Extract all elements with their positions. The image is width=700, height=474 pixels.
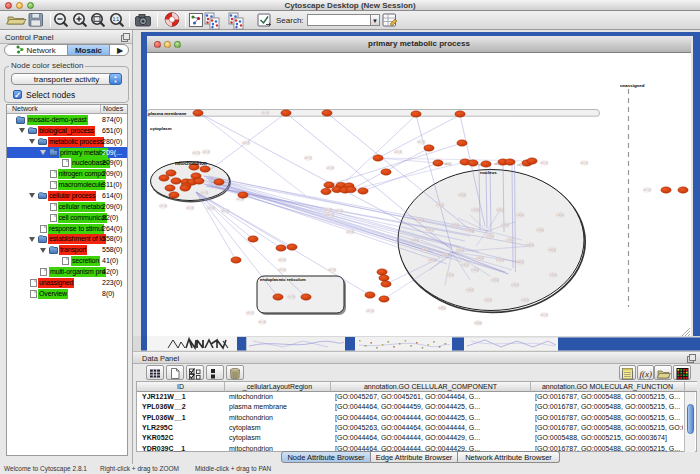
svg-text:ab(d): ab(d) (187, 206, 194, 210)
svg-text:ab(d): ab(d) (288, 295, 295, 299)
svg-text:f(x): f(x) (640, 369, 653, 379)
svg-text:cd(a): cd(a) (485, 298, 492, 302)
svg-text:ab(d): ab(d) (644, 188, 651, 192)
svg-text:cd(a): cd(a) (472, 208, 479, 212)
svg-text:cd(a): cd(a) (477, 256, 484, 260)
svg-text:cd(a): cd(a) (437, 203, 444, 207)
svg-text:cd(a): cd(a) (550, 273, 557, 277)
svg-text:cd(a): cd(a) (537, 228, 544, 232)
svg-text:ab(d): ab(d) (336, 209, 343, 213)
svg-text:nucleus: nucleus (480, 170, 497, 175)
svg-text:ab(d): ab(d) (279, 268, 286, 272)
svg-text:cd(a): cd(a) (492, 278, 499, 282)
svg-text:cd(a): cd(a) (517, 260, 524, 264)
svg-text:cd(a): cd(a) (522, 298, 529, 302)
svg-text:ab(d): ab(d) (541, 313, 548, 317)
svg-text:cd(a): cd(a) (497, 258, 504, 262)
svg-text:cd(a): cd(a) (457, 248, 464, 252)
svg-text:ab(d): ab(d) (203, 150, 210, 154)
svg-text:ab(d): ab(d) (262, 111, 269, 115)
svg-text:cd(a): cd(a) (427, 228, 434, 232)
svg-text:cd(a): cd(a) (549, 248, 556, 252)
svg-text:ab(d): ab(d) (418, 140, 425, 144)
svg-text:ab(d): ab(d) (201, 191, 208, 195)
svg-text:cd(a): cd(a) (517, 213, 524, 217)
svg-text:ab(d): ab(d) (160, 204, 167, 208)
svg-text:cd(a): cd(a) (452, 223, 459, 227)
svg-text:cd(a): cd(a) (447, 273, 454, 277)
svg-text:ab(d): ab(d) (247, 311, 254, 315)
svg-text:endoplasmic reticulum: endoplasmic reticulum (260, 277, 306, 282)
svg-text:cd(a): cd(a) (472, 268, 479, 272)
svg-text:1:1: 1:1 (113, 17, 120, 22)
svg-text:cd(a): cd(a) (497, 208, 504, 212)
svg-text:mitochondrion: mitochondrion (175, 161, 207, 166)
svg-text:cd(a): cd(a) (507, 238, 514, 242)
svg-text:cd(a): cd(a) (417, 218, 424, 222)
svg-text:ab(d): ab(d) (329, 268, 336, 272)
svg-text:ab(d): ab(d) (279, 258, 286, 262)
svg-text:cd(a): cd(a) (527, 243, 534, 247)
svg-text:ab(d): ab(d) (581, 161, 588, 165)
svg-text:cd(a): cd(a) (422, 248, 429, 252)
svg-text:ab(d): ab(d) (327, 166, 334, 170)
svg-text:ab(d): ab(d) (327, 213, 334, 217)
svg-text:ab(d): ab(d) (243, 141, 250, 145)
svg-text:ab(d): ab(d) (395, 150, 402, 154)
svg-text:ab(d): ab(d) (193, 151, 200, 155)
svg-text:cd(a): cd(a) (412, 238, 419, 242)
svg-text:ab(d): ab(d) (367, 309, 374, 313)
svg-text:ab(d): ab(d) (222, 209, 229, 213)
svg-text:cd(a): cd(a) (487, 234, 494, 238)
svg-text:cd(a): cd(a) (439, 306, 446, 310)
svg-text:ab(d): ab(d) (347, 230, 354, 234)
svg-text:cd(a): cd(a) (467, 288, 474, 292)
svg-text:cd(a): cd(a) (429, 258, 436, 262)
svg-text:cd(a): cd(a) (512, 283, 519, 287)
svg-text:ab(d): ab(d) (208, 206, 215, 210)
svg-text:cd(a): cd(a) (442, 253, 449, 257)
svg-text:ab(d): ab(d) (444, 162, 451, 166)
svg-text:cd(a): cd(a) (462, 263, 469, 267)
svg-text:cd(a): cd(a) (475, 321, 482, 325)
svg-text:cd(a): cd(a) (459, 193, 466, 197)
svg-text:ab(d): ab(d) (259, 320, 266, 324)
svg-text:cd(a): cd(a) (467, 228, 474, 232)
svg-text:ab(d): ab(d) (325, 208, 332, 212)
svg-text:plasma membrane: plasma membrane (148, 111, 187, 116)
svg-text:cd(a): cd(a) (502, 223, 509, 227)
svg-text:unassigned: unassigned (620, 83, 645, 88)
svg-text:cd(a): cd(a) (557, 213, 564, 217)
svg-text:cytoplasm: cytoplasm (150, 126, 172, 131)
svg-text:ab(d): ab(d) (541, 161, 548, 165)
svg-text:ab(d): ab(d) (305, 156, 312, 160)
